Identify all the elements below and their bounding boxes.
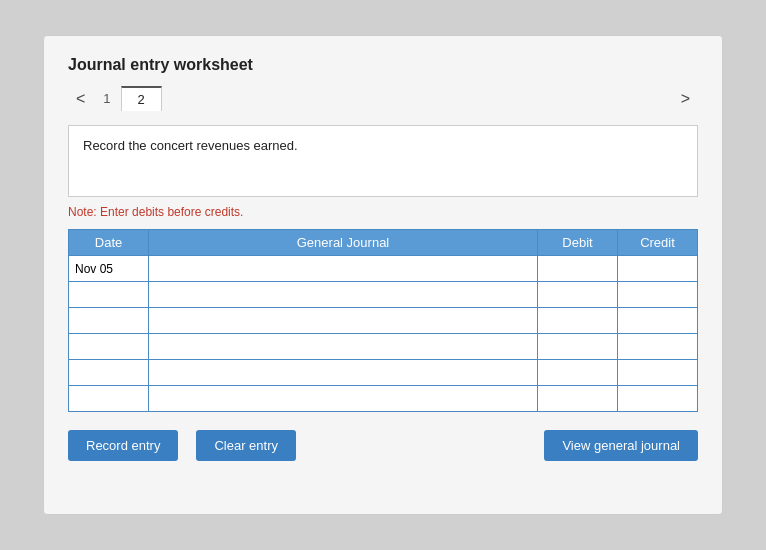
input-gj-1[interactable] <box>149 282 537 307</box>
cell-date-0[interactable] <box>69 256 149 282</box>
table-row <box>69 256 698 282</box>
cell-date-5[interactable] <box>69 386 149 412</box>
cell-credit-4[interactable] <box>618 360 698 386</box>
col-header-date: Date <box>69 230 149 256</box>
prev-arrow[interactable]: < <box>68 88 93 110</box>
input-credit-5[interactable] <box>618 386 697 411</box>
cell-gj-3[interactable] <box>149 334 538 360</box>
table-row <box>69 386 698 412</box>
input-date-2[interactable] <box>69 308 148 333</box>
cell-gj-2[interactable] <box>149 308 538 334</box>
cell-debit-2[interactable] <box>538 308 618 334</box>
input-credit-4[interactable] <box>618 360 697 385</box>
input-date-1[interactable] <box>69 282 148 307</box>
cell-credit-5[interactable] <box>618 386 698 412</box>
input-gj-3[interactable] <box>149 334 537 359</box>
cell-gj-4[interactable] <box>149 360 538 386</box>
cell-debit-4[interactable] <box>538 360 618 386</box>
cell-credit-3[interactable] <box>618 334 698 360</box>
input-debit-3[interactable] <box>538 334 617 359</box>
input-credit-0[interactable] <box>618 256 697 281</box>
col-header-debit: Debit <box>538 230 618 256</box>
table-row <box>69 308 698 334</box>
input-credit-3[interactable] <box>618 334 697 359</box>
buttons-row: Record entry Clear entry View general jo… <box>68 430 698 461</box>
input-debit-1[interactable] <box>538 282 617 307</box>
input-date-4[interactable] <box>69 360 148 385</box>
cell-date-4[interactable] <box>69 360 149 386</box>
cell-gj-5[interactable] <box>149 386 538 412</box>
clear-entry-button[interactable]: Clear entry <box>196 430 296 461</box>
tab-1[interactable]: 1 <box>93 87 120 110</box>
cell-credit-2[interactable] <box>618 308 698 334</box>
col-header-credit: Credit <box>618 230 698 256</box>
cell-debit-3[interactable] <box>538 334 618 360</box>
cell-debit-1[interactable] <box>538 282 618 308</box>
tab-2[interactable]: 2 <box>121 86 162 111</box>
col-header-gj: General Journal <box>149 230 538 256</box>
instruction-text: Record the concert revenues earned. <box>83 138 298 153</box>
input-debit-5[interactable] <box>538 386 617 411</box>
input-debit-2[interactable] <box>538 308 617 333</box>
cell-credit-1[interactable] <box>618 282 698 308</box>
input-credit-1[interactable] <box>618 282 697 307</box>
input-gj-5[interactable] <box>149 386 537 411</box>
input-debit-4[interactable] <box>538 360 617 385</box>
input-date-5[interactable] <box>69 386 148 411</box>
tabs-row: < 1 2 > <box>68 86 698 111</box>
journal-entry-worksheet: Journal entry worksheet < 1 2 > Record t… <box>43 35 723 515</box>
input-gj-2[interactable] <box>149 308 537 333</box>
cell-date-2[interactable] <box>69 308 149 334</box>
next-arrow[interactable]: > <box>673 88 698 110</box>
instruction-box: Record the concert revenues earned. <box>68 125 698 197</box>
cell-date-3[interactable] <box>69 334 149 360</box>
journal-table: Date General Journal Debit Credit <box>68 229 698 412</box>
cell-debit-0[interactable] <box>538 256 618 282</box>
input-date-3[interactable] <box>69 334 148 359</box>
cell-gj-1[interactable] <box>149 282 538 308</box>
view-general-journal-button[interactable]: View general journal <box>544 430 698 461</box>
table-row <box>69 360 698 386</box>
cell-credit-0[interactable] <box>618 256 698 282</box>
input-gj-4[interactable] <box>149 360 537 385</box>
note-text: Note: Enter debits before credits. <box>68 205 698 219</box>
table-row <box>69 334 698 360</box>
input-credit-2[interactable] <box>618 308 697 333</box>
record-entry-button[interactable]: Record entry <box>68 430 178 461</box>
input-gj-0[interactable] <box>149 256 537 281</box>
table-row <box>69 282 698 308</box>
page-title: Journal entry worksheet <box>68 56 698 74</box>
input-date-0[interactable] <box>69 256 148 281</box>
cell-date-1[interactable] <box>69 282 149 308</box>
input-debit-0[interactable] <box>538 256 617 281</box>
cell-debit-5[interactable] <box>538 386 618 412</box>
cell-gj-0[interactable] <box>149 256 538 282</box>
